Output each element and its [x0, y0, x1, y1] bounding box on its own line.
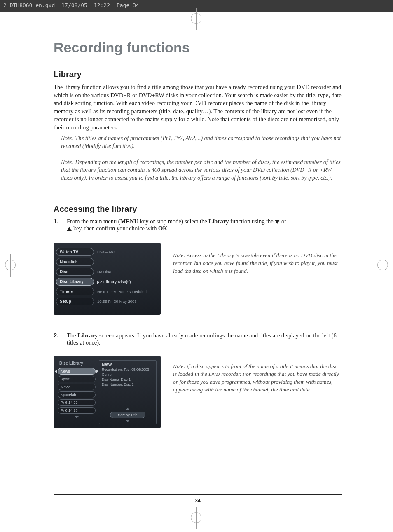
selection-marker-icon — [97, 281, 99, 284]
library-title-item[interactable]: Sport — [58, 376, 96, 382]
library-title-item[interactable]: Pr 6 14:28 — [58, 407, 96, 414]
page-content: Recording functions Library The library … — [54, 40, 342, 504]
scroll-down-icon — [74, 416, 79, 418]
accessing-heading: Accessing the library — [54, 204, 342, 214]
menu-item-label: Timers — [56, 288, 94, 295]
left-arrow-icon — [55, 370, 57, 373]
step-2: 2. The Library screen appears. If you ha… — [54, 332, 342, 346]
text: key, then confirm your choice with — [73, 225, 158, 232]
device-main-menu: Watch TVLive – AV1NaviclickDiscNo DiscDi… — [54, 243, 161, 315]
library-screen-title: Disc Library — [58, 360, 96, 368]
text: From the main menu ( — [67, 218, 120, 225]
registration-mark — [191, 512, 201, 523]
crop-mark — [367, 12, 367, 26]
library-body: The library function allows you to find … — [54, 83, 342, 131]
text: screen appears. If you have already made… — [67, 332, 337, 346]
sort-by-title-button[interactable]: Sort by Title — [110, 412, 145, 418]
step-2-text: The Library screen appears. If you have … — [67, 332, 342, 346]
library-note-2: Note: Depending on the length of recordi… — [61, 159, 342, 182]
menu-item-value: 2 Library Disc(s) — [94, 279, 157, 284]
device-library-screen: Disc Library NewsSportMovieSpacelabPr 6 … — [54, 356, 161, 428]
text: The — [67, 332, 77, 339]
arrow-up-icon — [67, 227, 72, 231]
registration-mark — [191, 13, 201, 24]
menu-item-label: Setup — [56, 298, 94, 305]
bold-text: OK — [158, 225, 168, 232]
text: function using the — [229, 218, 275, 225]
arrow-down-icon — [275, 220, 280, 224]
library-title-item[interactable]: News — [58, 368, 96, 375]
info-title: News — [102, 362, 154, 367]
header-date: 17/08/05 — [61, 2, 87, 9]
menu-item[interactable]: Naviclick — [56, 258, 157, 267]
registration-mark — [5, 260, 16, 270]
menu-item-value: Next Timer: None scheduled — [94, 289, 157, 294]
crop-mark — [367, 26, 377, 26]
header-time: 12:22 — [94, 2, 110, 9]
menu-item[interactable]: Watch TVLive – AV1 — [56, 248, 157, 257]
menu-item-label: Disc Library — [56, 278, 94, 286]
side-note-1: Note: Access to the Library is possible … — [173, 252, 342, 275]
text: or — [281, 218, 286, 225]
page-title: Recording functions — [54, 40, 342, 56]
info-recorded: Recorded on: Tue, 05/06/2003 — [102, 368, 154, 372]
menu-item[interactable]: TimersNext Timer: None scheduled — [56, 287, 157, 296]
menu-item-value: Live – AV1 — [94, 250, 157, 254]
library-title-item[interactable]: Movie — [58, 384, 96, 390]
library-heading: Library — [54, 70, 342, 79]
text: . — [168, 225, 169, 232]
step-1-text: From the main menu (MENU key or stop mod… — [67, 218, 286, 232]
menu-item-value: No Disc — [94, 270, 157, 274]
menu-item-label: Disc — [56, 268, 94, 276]
menu-item-label: Watch TV — [56, 248, 94, 256]
header-page: Page 34 — [117, 2, 139, 9]
side-note-2: Note: if a disc appears in front of the … — [173, 363, 342, 394]
bold-text: Library — [77, 332, 98, 339]
scroll-down-icon — [125, 420, 130, 422]
menu-item-label: Naviclick — [56, 258, 94, 266]
info-disc-name: Disc Name: Disc 1 — [102, 377, 154, 382]
library-title-item[interactable]: Pr 6 14:29 — [58, 399, 96, 406]
library-note-1: Note: The titles and names of programmes… — [61, 135, 342, 150]
scroll-up-icon — [125, 408, 130, 410]
info-genre: Genre: — [102, 373, 154, 377]
menu-item[interactable]: Setup10:55 Fri 30-May 2003 — [56, 297, 157, 306]
menu-item[interactable]: Disc Library2 Library Disc(s) — [56, 277, 157, 286]
step-number: 2. — [54, 332, 62, 346]
step-1: 1. From the main menu (MENU key or stop … — [54, 218, 342, 232]
header-filename: 2_DTH8060_en.qxd — [3, 2, 55, 9]
info-disc-number: Disc Number: Disc 1 — [102, 382, 154, 387]
bold-text: Library — [208, 218, 229, 225]
step-number: 1. — [54, 218, 62, 232]
menu-item[interactable]: DiscNo Disc — [56, 267, 157, 277]
right-arrow-icon — [96, 370, 98, 373]
registration-mark — [377, 260, 388, 270]
text: key or stop mode) select the — [138, 218, 208, 225]
print-header: 2_DTH8060_en.qxd 17/08/05 12:22 Page 34 — [0, 0, 393, 12]
bold-text: MENU — [120, 218, 138, 225]
page-number: 34 — [54, 494, 342, 504]
library-title-item[interactable]: Spacelab — [58, 391, 96, 398]
menu-item-value: 10:55 Fri 30-May 2003 — [94, 299, 157, 304]
